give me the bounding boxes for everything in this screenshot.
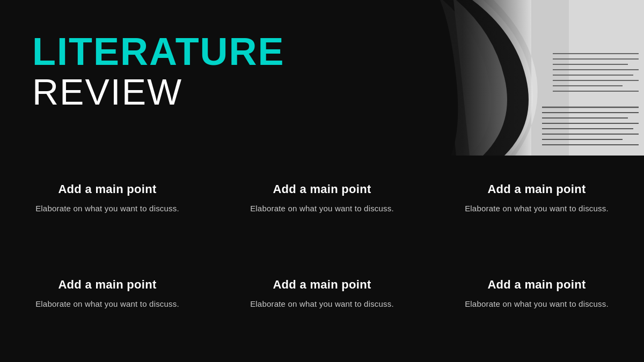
card-3-title: Add a main point [487,182,586,196]
card-1: Add a main point Elaborate on what you w… [0,166,215,262]
title-review: REVIEW [32,73,285,110]
card-6-description: Elaborate on what you want to discuss. [465,298,609,311]
card-2-title: Add a main point [273,182,371,196]
card-2: Add a main point Elaborate on what you w… [215,166,429,262]
header-section: LITERATURE REVIEW [0,0,644,156]
card-5: Add a main point Elaborate on what you w… [215,262,429,357]
card-6-title: Add a main point [487,278,586,292]
card-2-description: Elaborate on what you want to discuss. [250,203,394,215]
content-grid: Add a main point Elaborate on what you w… [0,166,644,357]
title-container: LITERATURE REVIEW [32,32,285,110]
card-1-description: Elaborate on what you want to discuss. [35,203,179,215]
slide: LITERATURE REVIEW Add a main point Elabo… [0,0,644,362]
card-4: Add a main point Elaborate on what you w… [0,262,215,357]
card-5-title: Add a main point [273,278,371,292]
card-1-title: Add a main point [58,182,156,196]
card-4-description: Elaborate on what you want to discuss. [35,298,179,311]
card-5-description: Elaborate on what you want to discuss. [250,298,394,311]
card-3-description: Elaborate on what you want to discuss. [465,203,609,215]
title-literature: LITERATURE [32,32,285,71]
card-4-title: Add a main point [58,278,156,292]
svg-rect-18 [365,0,644,156]
card-3: Add a main point Elaborate on what you w… [429,166,644,262]
card-6: Add a main point Elaborate on what you w… [429,262,644,357]
book-image [365,0,644,156]
